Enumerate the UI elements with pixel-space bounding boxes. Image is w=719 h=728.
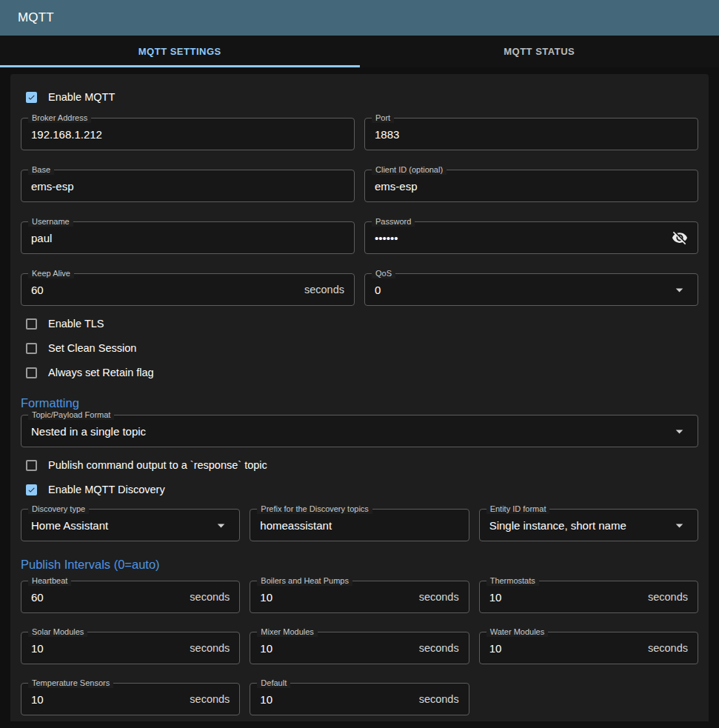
checkbox-label: Enable TLS [48,318,104,330]
checkbox-label: Enable MQTT [48,91,115,103]
field-unit: seconds [419,642,459,654]
field-value: 10 [260,693,272,706]
field-label: Default [257,678,290,688]
field-value: 10 [31,693,44,706]
heartbeat-interval-field[interactable]: Heartbeat 60 seconds [21,581,240,613]
field-value: 60 [31,591,44,604]
discovery-type-select[interactable]: Discovery type Home Assistant [21,509,240,541]
field-label: Base [28,165,54,175]
field-label: QoS [372,269,395,278]
field-unit: seconds [648,642,688,654]
checkbox-row-enable-mqtt[interactable]: Enable MQTT [21,90,698,104]
checkbox-label: Publish command output to a `response` t… [48,459,267,471]
field-label: Password [372,217,415,227]
thermostats-interval-field[interactable]: Thermostats 10 seconds [479,581,698,613]
enable-mqtt-checkbox[interactable] [26,92,37,103]
tab-mqtt-status[interactable]: MQTT STATUS [360,36,719,67]
field-value: 10 [260,591,272,604]
tab-mqtt-settings[interactable]: MQTT SETTINGS [0,36,360,67]
tab-bar: MQTT SETTINGS MQTT STATUS [0,36,719,67]
arrow-drop-down-icon [671,281,688,298]
enable-discovery-checkbox[interactable] [26,484,37,495]
clean-session-checkbox[interactable] [26,343,37,354]
field-label: Heartbeat [28,576,71,586]
retain-flag-checkbox[interactable] [26,367,37,378]
keep-alive-field[interactable]: Keep Alive 60 seconds [21,273,355,306]
checkbox-row-clean-session[interactable]: Set Clean Session [21,341,698,355]
field-unit: seconds [190,693,230,705]
checkbox-row-retain-flag[interactable]: Always set Retain flag [21,366,698,379]
field-label: Water Modules [486,627,549,637]
field-label: Broker Address [28,113,91,123]
enable-tls-checkbox[interactable] [26,318,37,330]
field-unit: seconds [648,591,688,603]
tab-label: MQTT STATUS [504,46,575,57]
field-label: Username [28,217,73,227]
solar-interval-field[interactable]: Solar Modules 10 seconds [21,632,240,664]
password-field[interactable]: Password •••••• [364,221,698,254]
field-label: Discovery type [28,504,89,514]
settings-card: Enable MQTT Broker Address 192.168.1.212… [10,74,709,721]
checkbox-label: Enable MQTT Discovery [48,484,165,495]
field-label: Boilers and Heat Pumps [257,576,352,586]
checkbox-label: Set Clean Session [48,342,136,354]
field-value: paul [31,232,52,244]
active-tab-indicator [0,65,360,67]
field-value: 10 [489,642,502,655]
username-field[interactable]: Username paul [21,221,355,254]
checkbox-row-enable-discovery[interactable]: Enable MQTT Discovery [21,483,698,496]
field-value: •••••• [375,232,398,244]
formatting-heading: Formatting [21,396,698,410]
field-unit: seconds [419,693,459,705]
temperature-sensors-interval-field[interactable]: Temperature Sensors 10 seconds [21,683,240,715]
publish-intervals-heading: Publish Intervals (0=auto) [21,558,698,572]
field-label: Prefix for the Discovery topics [257,504,372,514]
publish-response-checkbox[interactable] [26,460,37,471]
qos-select[interactable]: QoS 0 [364,273,698,306]
field-value: 10 [260,642,272,655]
port-field[interactable]: Port 1883 [364,118,698,150]
broker-address-field[interactable]: Broker Address 192.168.1.212 [21,118,355,150]
field-value: 0 [375,284,381,296]
entity-id-format-select[interactable]: Entity ID format Single instance, short … [479,509,698,541]
water-interval-field[interactable]: Water Modules 10 seconds [479,632,698,664]
base-field[interactable]: Base ems-esp [21,170,355,202]
field-label: Entity ID format [486,504,550,514]
field-value: ems-esp [375,180,418,193]
field-unit: seconds [419,591,459,603]
arrow-drop-down-icon [671,517,688,534]
field-value: 10 [31,642,44,655]
discovery-prefix-field[interactable]: Prefix for the Discovery topics homeassi… [250,509,469,541]
field-unit: seconds [190,591,230,603]
field-label: Thermostats [486,576,539,586]
checkbox-row-publish-response[interactable]: Publish command output to a `response` t… [21,458,698,472]
field-label: Topic/Payload Format [28,410,114,420]
app-bar: MQTT [0,0,719,36]
field-label: Keep Alive [28,269,74,278]
default-interval-field[interactable]: Default 10 seconds [250,683,469,715]
client-id-field[interactable]: Client ID (optional) ems-esp [364,170,698,202]
field-value: homeassistant [260,519,332,532]
visibility-off-icon[interactable] [672,230,688,246]
tab-label: MQTT SETTINGS [138,46,221,57]
field-value: Nested in a single topic [31,425,146,438]
empty-grid-cell [479,678,698,715]
arrow-drop-down-icon [671,423,688,440]
field-label: Client ID (optional) [372,165,447,175]
check-icon [27,93,36,102]
field-value: ems-esp [31,180,74,193]
arrow-drop-down-icon [213,517,230,534]
checkbox-row-enable-tls[interactable]: Enable TLS [21,317,698,330]
field-value: 10 [489,591,502,604]
field-value: 192.168.1.212 [31,128,102,141]
field-value: Single instance, short name [489,519,626,532]
boilers-interval-field[interactable]: Boilers and Heat Pumps 10 seconds [250,581,469,613]
topic-payload-format-select[interactable]: Topic/Payload Format Nested in a single … [21,415,698,447]
field-unit: seconds [190,642,230,654]
field-label: Temperature Sensors [28,678,113,688]
check-icon [27,485,36,495]
checkbox-label: Always set Retain flag [48,367,154,378]
mixer-interval-field[interactable]: Mixer Modules 10 seconds [250,632,469,664]
field-value: 1883 [375,128,399,141]
field-label: Port [372,113,394,123]
